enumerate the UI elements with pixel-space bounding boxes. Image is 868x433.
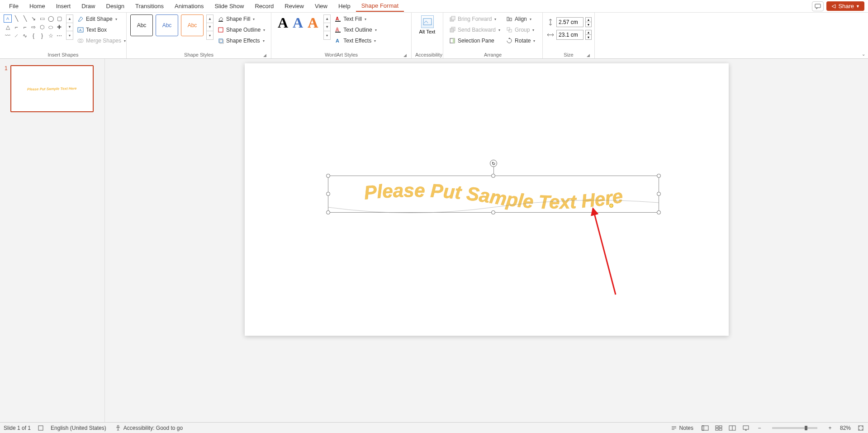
shape-style-2[interactable]: Abc xyxy=(156,14,178,36)
wordart-style-3[interactable]: A xyxy=(308,14,318,31)
text-box-button[interactable]: A Text Box xyxy=(75,25,128,34)
zoom-slider[interactable] xyxy=(772,427,817,429)
tab-record[interactable]: Record xyxy=(249,1,279,11)
gallery-more-icon[interactable]: ▾ xyxy=(324,31,330,39)
gallery-more-icon[interactable]: ▾ xyxy=(207,31,213,39)
resize-handle-tl[interactable] xyxy=(326,174,330,178)
normal-view-icon[interactable] xyxy=(702,424,709,432)
spin-down-icon[interactable]: ▼ xyxy=(586,35,591,39)
shape-line-icon[interactable]: ╲ xyxy=(12,14,20,23)
resize-handle-tm[interactable] xyxy=(491,174,495,178)
resize-handle-bl[interactable] xyxy=(326,210,330,214)
shape-plus-icon[interactable]: ✚ xyxy=(55,23,63,31)
shape-effects-button[interactable]: Shape Effects ▾ xyxy=(215,36,267,45)
shape-styles-launcher[interactable]: ◢ xyxy=(263,53,266,57)
resize-handle-ml[interactable] xyxy=(326,192,330,196)
zoom-out-icon[interactable]: − xyxy=(756,424,763,432)
collapse-ribbon-button[interactable]: ⌄ xyxy=(862,52,865,57)
alt-text-button[interactable]: Alt Text xyxy=(416,14,439,35)
accessibility-status[interactable]: Accessibility: Good to go xyxy=(113,424,185,432)
resize-handle-br[interactable] xyxy=(657,210,661,214)
tab-shape-format[interactable]: Shape Format xyxy=(356,0,404,12)
shape-triangle-icon[interactable]: △ xyxy=(4,23,12,31)
shape-outline-button[interactable]: Shape Outline ▾ xyxy=(215,25,267,34)
wordart-style-2[interactable]: A xyxy=(293,14,303,31)
tab-slideshow[interactable]: Slide Show xyxy=(209,1,249,11)
shape-more-icon[interactable]: ⋯ xyxy=(55,32,63,40)
slideshow-view-icon[interactable] xyxy=(742,424,749,432)
shape-width-input[interactable] xyxy=(556,30,583,40)
share-button[interactable]: Share ▼ xyxy=(826,1,864,11)
notes-button[interactable]: Notes xyxy=(669,424,695,432)
shape-scribble-icon[interactable]: ∿ xyxy=(21,32,29,40)
shape-arrow-icon[interactable]: ⇨ xyxy=(29,23,38,31)
gallery-down-icon[interactable]: ▼ xyxy=(207,23,213,31)
spellcheck-icon[interactable] xyxy=(37,424,44,432)
text-outline-button[interactable]: A Text Outline ▾ xyxy=(332,25,378,34)
text-effects-button[interactable]: A Text Effects ▾ xyxy=(332,36,378,45)
slide[interactable]: Please Put Sample Text Here ↻ xyxy=(245,63,729,336)
shape-gallery[interactable]: A ╲ ╲ ↘ ▭ ◯ ▢ △ ⌐ ⌐ ⇨ ⬡ ⬭ ✚ 〰 ⟋ ∿ { } ☆ xyxy=(4,14,63,40)
spin-down-icon[interactable]: ▼ xyxy=(586,22,591,27)
shape-fill-button[interactable]: Shape Fill ▾ xyxy=(215,14,267,24)
shape-curve-icon[interactable]: 〰 xyxy=(4,32,12,40)
shape-can-icon[interactable]: ⬭ xyxy=(47,23,55,31)
tab-review[interactable]: Review xyxy=(279,1,309,11)
shape-roundrect-icon[interactable]: ▢ xyxy=(55,14,63,23)
reading-view-icon[interactable] xyxy=(729,424,736,432)
bring-forward-button[interactable]: Bring Forward ▾ xyxy=(447,14,502,24)
zoom-slider-thumb[interactable] xyxy=(805,426,807,430)
rotate-button[interactable]: Rotate ▾ xyxy=(504,36,537,45)
shape-elbow2-icon[interactable]: ⌐ xyxy=(21,23,29,31)
slide-sorter-icon[interactable] xyxy=(715,424,722,432)
gallery-up-icon[interactable]: ▲ xyxy=(207,15,213,23)
send-backward-button[interactable]: Send Backward ▾ xyxy=(447,25,502,34)
tab-view[interactable]: View xyxy=(309,1,333,11)
tab-transitions[interactable]: Transitions xyxy=(130,1,169,11)
tab-animations[interactable]: Animations xyxy=(169,1,209,11)
tab-draw[interactable]: Draw xyxy=(76,1,100,11)
shape-line2-icon[interactable]: ╲ xyxy=(21,14,29,23)
gallery-down-icon[interactable]: ▼ xyxy=(66,23,73,31)
shape-height-input[interactable] xyxy=(556,17,583,27)
text-fill-button[interactable]: A Text Fill ▾ xyxy=(332,14,378,24)
zoom-in-icon[interactable]: + xyxy=(826,424,834,432)
gallery-more-icon[interactable]: ▾ xyxy=(66,31,73,39)
merge-shapes-button[interactable]: Merge Shapes ▾ xyxy=(75,36,128,45)
tab-design[interactable]: Design xyxy=(101,1,130,11)
gallery-up-icon[interactable]: ▲ xyxy=(324,15,330,23)
edit-shape-button[interactable]: Edit Shape ▾ xyxy=(75,14,128,24)
comments-button[interactable] xyxy=(812,1,824,11)
align-button[interactable]: Align ▾ xyxy=(504,14,537,24)
size-launcher[interactable]: ◢ xyxy=(587,53,590,57)
spin-up-icon[interactable]: ▲ xyxy=(586,18,591,22)
tab-file[interactable]: File xyxy=(4,1,24,11)
shape-freeform-icon[interactable]: ⟋ xyxy=(12,32,20,40)
wordart-style-1[interactable]: A xyxy=(278,14,288,31)
tab-insert[interactable]: Insert xyxy=(51,1,76,11)
shape-textbox-icon[interactable]: A xyxy=(4,14,12,23)
shape-hexagon-icon[interactable]: ⬡ xyxy=(38,23,46,31)
resize-handle-bm[interactable] xyxy=(491,210,495,214)
shape-elbow-icon[interactable]: ⌐ xyxy=(12,23,20,31)
wordart-styles-launcher[interactable]: ◢ xyxy=(403,53,407,57)
shape-rect-icon[interactable]: ▭ xyxy=(38,14,46,23)
slide-thumbnail-1[interactable]: Please Put Sample Text Here xyxy=(10,65,94,112)
resize-handle-mr[interactable] xyxy=(657,192,661,196)
shape-style-1[interactable]: Abc xyxy=(130,14,153,36)
spin-up-icon[interactable]: ▲ xyxy=(586,30,591,35)
gallery-down-icon[interactable]: ▼ xyxy=(324,23,330,31)
tab-home[interactable]: Home xyxy=(24,1,51,11)
slide-canvas-area[interactable]: Please Put Sample Text Here ↻ xyxy=(105,59,868,422)
shape-style-3[interactable]: Abc xyxy=(181,14,204,36)
fit-to-window-icon[interactable] xyxy=(857,424,864,432)
resize-handle-tr[interactable] xyxy=(657,174,661,178)
shape-star-icon[interactable]: ☆ xyxy=(47,32,55,40)
tab-help[interactable]: Help xyxy=(333,1,356,11)
rotation-handle[interactable]: ↻ xyxy=(490,160,497,167)
shape-oval-icon[interactable]: ◯ xyxy=(47,14,55,23)
shape-connector-icon[interactable]: ↘ xyxy=(29,14,38,23)
shape-rbrace-icon[interactable]: } xyxy=(38,32,46,40)
selection-pane-button[interactable]: Selection Pane xyxy=(447,36,502,45)
gallery-up-icon[interactable]: ▲ xyxy=(66,15,73,23)
